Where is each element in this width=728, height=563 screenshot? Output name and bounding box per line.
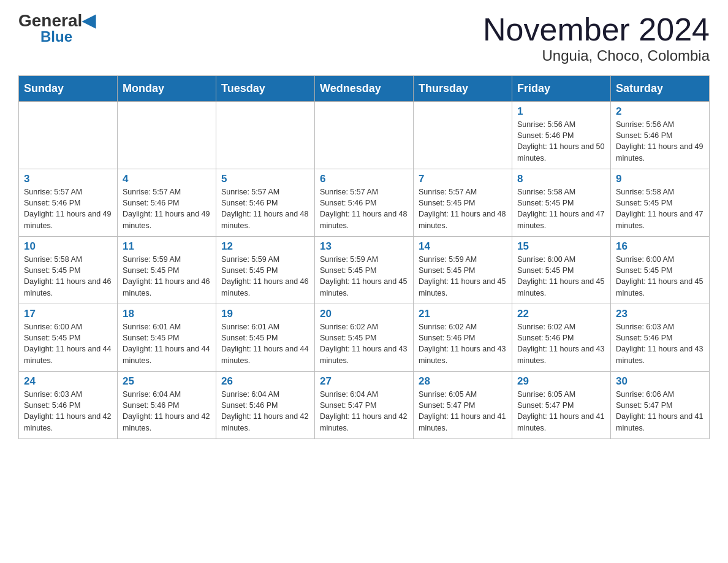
week-row-4: 17Sunrise: 6:00 AMSunset: 5:45 PMDayligh… xyxy=(19,304,710,372)
weekday-header-saturday: Saturday xyxy=(611,76,710,102)
logo: General◀ Blue xyxy=(18,12,96,44)
calendar-cell: 13Sunrise: 5:59 AMSunset: 5:45 PMDayligh… xyxy=(315,237,414,304)
calendar-cell: 6Sunrise: 5:57 AMSunset: 5:46 PMDaylight… xyxy=(315,169,414,237)
calendar-cell: 25Sunrise: 6:04 AMSunset: 5:46 PMDayligh… xyxy=(118,372,216,439)
day-number: 14 xyxy=(419,240,507,253)
calendar-cell: 18Sunrise: 6:01 AMSunset: 5:45 PMDayligh… xyxy=(118,304,216,372)
day-info: Sunrise: 6:05 AMSunset: 5:47 PMDaylight:… xyxy=(517,389,605,434)
calendar-cell: 4Sunrise: 5:57 AMSunset: 5:46 PMDaylight… xyxy=(118,169,216,237)
day-info: Sunrise: 5:57 AMSunset: 5:46 PMDaylight:… xyxy=(320,186,408,231)
day-info: Sunrise: 5:59 AMSunset: 5:45 PMDaylight:… xyxy=(320,254,408,299)
calendar-cell: 27Sunrise: 6:04 AMSunset: 5:47 PMDayligh… xyxy=(315,372,414,439)
calendar-cell: 22Sunrise: 6:02 AMSunset: 5:46 PMDayligh… xyxy=(512,304,611,372)
calendar-table: SundayMondayTuesdayWednesdayThursdayFrid… xyxy=(18,75,710,439)
day-number: 3 xyxy=(24,173,112,185)
day-info: Sunrise: 6:04 AMSunset: 5:46 PMDaylight:… xyxy=(221,389,309,434)
calendar-cell: 9Sunrise: 5:58 AMSunset: 5:45 PMDaylight… xyxy=(611,169,710,237)
calendar-cell: 16Sunrise: 6:00 AMSunset: 5:45 PMDayligh… xyxy=(611,237,710,304)
day-info: Sunrise: 6:03 AMSunset: 5:46 PMDaylight:… xyxy=(616,321,704,366)
calendar-cell: 2Sunrise: 5:56 AMSunset: 5:46 PMDaylight… xyxy=(611,102,710,169)
day-number: 23 xyxy=(616,308,704,320)
day-number: 8 xyxy=(517,173,605,185)
logo-triangle-icon: ◀ xyxy=(82,11,96,30)
day-number: 1 xyxy=(517,105,605,118)
weekday-header-wednesday: Wednesday xyxy=(315,76,414,102)
calendar-cell: 20Sunrise: 6:02 AMSunset: 5:45 PMDayligh… xyxy=(315,304,414,372)
page-header: General◀ Blue November 2024 Unguia, Choc… xyxy=(18,12,710,64)
day-number: 16 xyxy=(616,240,704,253)
day-info: Sunrise: 6:05 AMSunset: 5:47 PMDaylight:… xyxy=(419,389,507,434)
calendar-cell: 10Sunrise: 5:58 AMSunset: 5:45 PMDayligh… xyxy=(19,237,118,304)
day-info: Sunrise: 6:02 AMSunset: 5:46 PMDaylight:… xyxy=(419,321,507,366)
logo-general-text: General◀ xyxy=(18,12,96,29)
day-number: 19 xyxy=(221,308,309,320)
day-info: Sunrise: 5:59 AMSunset: 5:45 PMDaylight:… xyxy=(123,254,211,299)
day-number: 21 xyxy=(419,308,507,320)
day-number: 20 xyxy=(320,308,408,320)
day-number: 5 xyxy=(221,173,309,185)
calendar-cell: 3Sunrise: 5:57 AMSunset: 5:46 PMDaylight… xyxy=(19,169,118,237)
day-info: Sunrise: 6:02 AMSunset: 5:46 PMDaylight:… xyxy=(517,321,605,366)
calendar-cell: 1Sunrise: 5:56 AMSunset: 5:46 PMDaylight… xyxy=(512,102,611,169)
day-number: 12 xyxy=(221,240,309,253)
day-info: Sunrise: 5:57 AMSunset: 5:46 PMDaylight:… xyxy=(123,186,211,231)
day-number: 26 xyxy=(221,375,309,388)
calendar-cell: 29Sunrise: 6:05 AMSunset: 5:47 PMDayligh… xyxy=(512,372,611,439)
day-info: Sunrise: 6:00 AMSunset: 5:45 PMDaylight:… xyxy=(616,254,704,299)
day-number: 18 xyxy=(123,308,211,320)
day-number: 22 xyxy=(517,308,605,320)
weekday-header-friday: Friday xyxy=(512,76,611,102)
weekday-header-tuesday: Tuesday xyxy=(216,76,315,102)
week-row-2: 3Sunrise: 5:57 AMSunset: 5:46 PMDaylight… xyxy=(19,169,710,237)
calendar-cell: 8Sunrise: 5:58 AMSunset: 5:45 PMDaylight… xyxy=(512,169,611,237)
calendar-cell: 12Sunrise: 5:59 AMSunset: 5:45 PMDayligh… xyxy=(216,237,315,304)
day-number: 29 xyxy=(517,375,605,388)
day-number: 24 xyxy=(24,375,112,388)
day-info: Sunrise: 6:04 AMSunset: 5:47 PMDaylight:… xyxy=(320,389,408,434)
day-number: 10 xyxy=(24,240,112,253)
calendar-cell: 24Sunrise: 6:03 AMSunset: 5:46 PMDayligh… xyxy=(19,372,118,439)
calendar-cell: 17Sunrise: 6:00 AMSunset: 5:45 PMDayligh… xyxy=(19,304,118,372)
day-number: 28 xyxy=(419,375,507,388)
day-number: 4 xyxy=(123,173,211,185)
calendar-cell xyxy=(118,102,216,169)
day-number: 17 xyxy=(24,308,112,320)
week-row-1: 1Sunrise: 5:56 AMSunset: 5:46 PMDaylight… xyxy=(19,102,710,169)
weekday-header-row: SundayMondayTuesdayWednesdayThursdayFrid… xyxy=(19,76,710,102)
calendar-cell: 7Sunrise: 5:57 AMSunset: 5:45 PMDaylight… xyxy=(414,169,512,237)
calendar-cell xyxy=(216,102,315,169)
day-info: Sunrise: 6:01 AMSunset: 5:45 PMDaylight:… xyxy=(123,321,211,366)
calendar-cell: 28Sunrise: 6:05 AMSunset: 5:47 PMDayligh… xyxy=(414,372,512,439)
day-number: 2 xyxy=(616,105,704,118)
day-number: 25 xyxy=(123,375,211,388)
day-number: 27 xyxy=(320,375,408,388)
week-row-3: 10Sunrise: 5:58 AMSunset: 5:45 PMDayligh… xyxy=(19,237,710,304)
calendar-cell: 14Sunrise: 5:59 AMSunset: 5:45 PMDayligh… xyxy=(414,237,512,304)
day-info: Sunrise: 6:00 AMSunset: 5:45 PMDaylight:… xyxy=(517,254,605,299)
day-info: Sunrise: 5:57 AMSunset: 5:45 PMDaylight:… xyxy=(419,186,507,231)
day-info: Sunrise: 6:00 AMSunset: 5:45 PMDaylight:… xyxy=(24,321,112,366)
day-number: 7 xyxy=(419,173,507,185)
month-title: November 2024 xyxy=(483,12,710,47)
day-info: Sunrise: 6:01 AMSunset: 5:45 PMDaylight:… xyxy=(221,321,309,366)
calendar-cell: 11Sunrise: 5:59 AMSunset: 5:45 PMDayligh… xyxy=(118,237,216,304)
day-number: 30 xyxy=(616,375,704,388)
day-number: 9 xyxy=(616,173,704,185)
day-number: 11 xyxy=(123,240,211,253)
logo-blue-text: Blue xyxy=(40,29,72,44)
calendar-cell: 30Sunrise: 6:06 AMSunset: 5:47 PMDayligh… xyxy=(611,372,710,439)
day-info: Sunrise: 6:06 AMSunset: 5:47 PMDaylight:… xyxy=(616,389,704,434)
weekday-header-monday: Monday xyxy=(118,76,216,102)
weekday-header-sunday: Sunday xyxy=(19,76,118,102)
calendar-cell: 23Sunrise: 6:03 AMSunset: 5:46 PMDayligh… xyxy=(611,304,710,372)
day-info: Sunrise: 5:56 AMSunset: 5:46 PMDaylight:… xyxy=(517,119,605,164)
calendar-cell: 21Sunrise: 6:02 AMSunset: 5:46 PMDayligh… xyxy=(414,304,512,372)
day-info: Sunrise: 5:58 AMSunset: 5:45 PMDaylight:… xyxy=(517,186,605,231)
day-number: 6 xyxy=(320,173,408,185)
day-info: Sunrise: 5:59 AMSunset: 5:45 PMDaylight:… xyxy=(221,254,309,299)
day-info: Sunrise: 5:58 AMSunset: 5:45 PMDaylight:… xyxy=(24,254,112,299)
day-number: 13 xyxy=(320,240,408,253)
weekday-header-thursday: Thursday xyxy=(414,76,512,102)
day-info: Sunrise: 5:59 AMSunset: 5:45 PMDaylight:… xyxy=(419,254,507,299)
location-title: Unguia, Choco, Colombia xyxy=(483,47,710,64)
